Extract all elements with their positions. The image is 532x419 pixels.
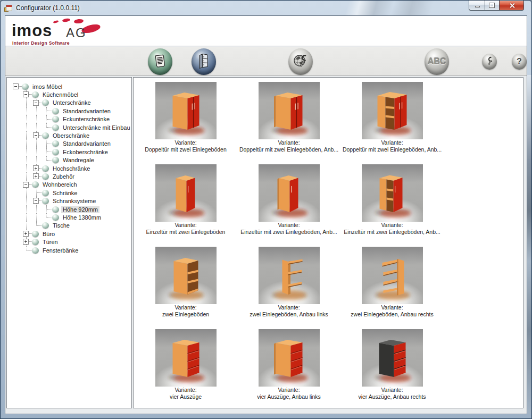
tree-item[interactable]: Küchenmöbel bbox=[7, 90, 131, 98]
variant-thumbnail[interactable] bbox=[362, 164, 423, 222]
tree-item-label[interactable]: Unterschränke bbox=[51, 99, 93, 106]
variant-thumbnail[interactable] bbox=[155, 82, 217, 139]
tree-item[interactable]: Unterschränke mit Einbau bbox=[7, 123, 131, 131]
tree-item-label[interactable]: Türen bbox=[41, 238, 60, 246]
tree-item[interactable]: Fensterbänke bbox=[7, 246, 131, 254]
catalog-document-button[interactable] bbox=[148, 48, 172, 75]
variant-card[interactable]: Variante:Doppeltür mit zwei Einlegeböden… bbox=[237, 82, 340, 156]
tree-item[interactable]: Oberschränke bbox=[7, 131, 131, 139]
variant-name: Einzeltür mit zwei Einlegeböden bbox=[146, 229, 226, 236]
variant-thumbnail[interactable] bbox=[259, 329, 320, 387]
logo-suffix-text: AG bbox=[66, 27, 87, 39]
tree-item[interactable]: Höhe 1380mm bbox=[7, 213, 131, 221]
collapse-icon[interactable] bbox=[33, 132, 39, 138]
collapse-icon[interactable] bbox=[23, 182, 29, 188]
cabinet-button[interactable] bbox=[192, 48, 216, 75]
tree-item[interactable]: Büro bbox=[7, 230, 131, 238]
tree-item[interactable]: Eckunterschränke bbox=[7, 115, 131, 123]
tree-guide bbox=[21, 156, 31, 164]
tree-item[interactable]: Tische bbox=[7, 222, 131, 230]
tree-item[interactable]: Hochschränke bbox=[7, 164, 131, 172]
collapse-icon[interactable] bbox=[33, 100, 39, 106]
tree-item-label[interactable]: Büro bbox=[41, 230, 56, 238]
tools-button[interactable] bbox=[482, 54, 497, 70]
variant-thumbnail[interactable] bbox=[259, 82, 320, 139]
variant-thumbnail[interactable] bbox=[362, 247, 423, 304]
tree-item-label[interactable]: Höhe 920mm bbox=[61, 206, 99, 213]
tree-item-label[interactable]: Standardvarianten bbox=[61, 140, 112, 147]
variant-card[interactable]: Variante:vier Auszüge bbox=[134, 329, 237, 404]
tree-item[interactable]: Höhe 920mm bbox=[7, 205, 131, 213]
help-button[interactable]: ? bbox=[512, 54, 527, 70]
variant-thumbnail[interactable] bbox=[155, 329, 217, 387]
tree-item-label[interactable]: Zubehör bbox=[51, 173, 76, 180]
tree-guide bbox=[11, 107, 21, 115]
tree-item[interactable]: Türen bbox=[7, 238, 131, 246]
tree-item[interactable]: imos Möbel bbox=[7, 82, 131, 90]
variant-thumbnail[interactable] bbox=[259, 164, 320, 222]
close-button[interactable] bbox=[500, 1, 524, 11]
variant-card[interactable]: Variante:zwei Einlegeböden, Anbau links bbox=[237, 247, 340, 321]
tree-item[interactable]: Zubehör bbox=[7, 172, 131, 180]
expand-icon[interactable] bbox=[33, 165, 39, 171]
variant-card[interactable]: Variante:Einzeltür mit zwei Einlegeböden… bbox=[237, 164, 340, 239]
collapse-icon[interactable] bbox=[33, 198, 39, 204]
variant-card[interactable]: Variante:vier Auszüge, Anbau links bbox=[237, 329, 340, 404]
collapse-icon[interactable] bbox=[23, 91, 29, 97]
variant-caption-label: Variante: bbox=[381, 139, 403, 146]
variant-thumbnail[interactable] bbox=[259, 247, 320, 304]
tree-item-label[interactable]: Hochschränke bbox=[51, 165, 92, 172]
variant-caption-label: Variante: bbox=[278, 304, 300, 311]
logo-dot bbox=[62, 18, 71, 23]
title-bar[interactable]: Configurator (1.0.0.11) bbox=[1, 1, 531, 15]
variant-card[interactable]: Variante:Einzeltür mit zwei Einlegeböden… bbox=[340, 164, 444, 239]
tree-item-label[interactable]: Eckoberschränke bbox=[61, 148, 110, 156]
tree-item-label[interactable]: imos Möbel bbox=[31, 83, 64, 90]
tree-item-label[interactable]: Höhe 1380mm bbox=[61, 214, 103, 221]
tree-item-label[interactable]: Küchenmöbel bbox=[41, 91, 80, 98]
variant-card[interactable]: Variante:Doppeltür mit zwei Einlegeböden bbox=[134, 82, 237, 156]
tree-item[interactable]: Standardvarianten bbox=[7, 140, 131, 148]
tree-item-label[interactable]: Oberschränke bbox=[51, 132, 91, 139]
tree-item-label[interactable]: Standardvarianten bbox=[61, 107, 112, 115]
variant-thumbnail[interactable] bbox=[362, 82, 423, 139]
tree-item[interactable]: Wandregale bbox=[7, 156, 131, 164]
tree-item-label[interactable]: Fensterbänke bbox=[41, 247, 80, 254]
tree-item[interactable]: Eckoberschränke bbox=[7, 148, 131, 156]
minimize-button[interactable] bbox=[469, 1, 485, 11]
variant-card[interactable]: Variante:Einzeltür mit zwei Einlegeböden bbox=[134, 164, 237, 239]
globe-wrench-icon bbox=[292, 53, 309, 71]
expand-icon[interactable] bbox=[23, 231, 29, 237]
tree-item[interactable]: Standardvarianten bbox=[7, 107, 131, 115]
tree-item-label[interactable]: Eckunterschränke bbox=[61, 115, 111, 123]
variant-caption-label: Variante: bbox=[381, 304, 403, 311]
variant-card[interactable]: Variante:zwei Einlegeböden, Anbau rechts bbox=[340, 247, 444, 321]
variant-thumbnail[interactable] bbox=[362, 329, 423, 387]
tree-guide bbox=[21, 140, 31, 148]
variant-thumbnail[interactable] bbox=[155, 247, 217, 304]
logo-band: imos AG Interior Design Software bbox=[5, 16, 527, 46]
variant-card[interactable]: Variante:Doppeltür mit zwei Einlegeböden… bbox=[340, 82, 444, 156]
tree-item-label[interactable]: Wohnbereich bbox=[41, 181, 79, 188]
maximize-button[interactable] bbox=[485, 1, 500, 11]
abc-text-button[interactable]: ABC bbox=[425, 48, 449, 75]
tree-item[interactable]: Wohnbereich bbox=[7, 181, 131, 189]
tree-item[interactable]: Schränke bbox=[7, 189, 131, 197]
collapse-icon[interactable] bbox=[13, 83, 19, 89]
tree-item-label[interactable]: Schränke bbox=[51, 189, 79, 197]
variant-thumbnail[interactable] bbox=[155, 164, 217, 222]
globe-settings-button[interactable] bbox=[288, 48, 313, 75]
tree-item-label[interactable]: Schranksysteme bbox=[51, 197, 97, 205]
expand-icon[interactable] bbox=[33, 173, 39, 179]
tree-guide bbox=[11, 222, 21, 230]
tree-item[interactable]: Schranksysteme bbox=[7, 197, 131, 205]
category-sphere-icon bbox=[42, 198, 49, 204]
variant-card[interactable]: Variante:zwei Einlegeböden bbox=[134, 247, 237, 321]
tree-item-label[interactable]: Unterschränke mit Einbau bbox=[61, 124, 132, 131]
variant-card[interactable]: Variante:vier Auszüge, Anbau rechts bbox=[340, 329, 444, 404]
tree-item-label[interactable]: Tische bbox=[51, 222, 71, 229]
expand-icon[interactable] bbox=[23, 239, 29, 245]
tree-item[interactable]: Unterschränke bbox=[7, 99, 131, 107]
tree-guide bbox=[21, 148, 31, 156]
tree-item-label[interactable]: Wandregale bbox=[61, 156, 96, 164]
